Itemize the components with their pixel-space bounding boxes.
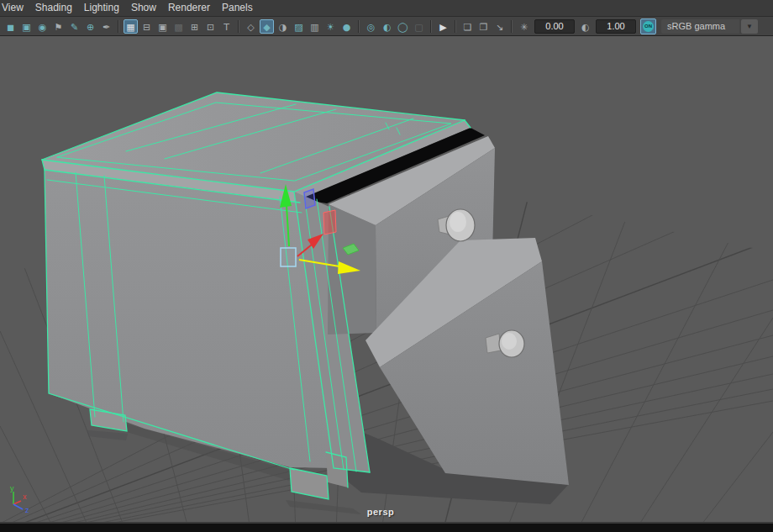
textured-mode-icon[interactable]: ▨ [292, 19, 306, 34]
exposure-field[interactable]: 0.00 [534, 19, 575, 34]
depth-of-field-icon[interactable]: ▢ [412, 19, 426, 34]
toolbar-separator [430, 20, 432, 33]
anti-aliasing-icon[interactable]: ◯ [396, 19, 410, 34]
toolbar-separator [118, 20, 119, 33]
menu-lighting[interactable]: Lighting [78, 0, 125, 16]
snapshot-paste-icon[interactable]: ❐ [476, 19, 491, 34]
screen-space-ao-icon[interactable]: ◎ [364, 19, 378, 34]
menu-view[interactable]: View [0, 0, 29, 16]
lights-icon[interactable]: ☀ [323, 19, 338, 34]
camera-attributes-icon[interactable]: ◉ [35, 19, 50, 34]
safe-action-icon[interactable]: ⊡ [203, 19, 218, 34]
toolbar-separator [238, 20, 239, 33]
shadows-icon[interactable]: ● [339, 19, 354, 34]
isolate-select-icon[interactable]: ▶ [436, 19, 450, 34]
menu-show[interactable]: Show [125, 0, 162, 16]
menu-shading[interactable]: Shading [29, 0, 78, 16]
toolbar-separator [455, 20, 456, 33]
image-plane-icon[interactable]: ✎ [67, 19, 82, 34]
snapshot-copy-icon[interactable]: ❏ [460, 19, 475, 34]
colorspace-selected-value: sRGB gamma [667, 21, 725, 31]
gate-mask-icon[interactable]: ▩ [171, 19, 186, 34]
panel-bottom-border [0, 522, 773, 532]
menu-renderer[interactable]: Renderer [162, 0, 216, 16]
frame-view-icon[interactable]: ↘ [492, 19, 507, 34]
field-chart-icon[interactable]: ⊞ [187, 19, 202, 34]
motion-blur-icon[interactable]: ◐ [380, 19, 394, 34]
camera-lock-icon[interactable]: ▣ [19, 19, 34, 34]
gizmo-x-label: x [23, 492, 27, 501]
show-grid-icon[interactable]: ▦ [124, 19, 138, 34]
face-outline-blue [304, 189, 315, 208]
gizmo-y-label: y [10, 484, 14, 492]
grease-pencil-icon[interactable]: ✒ [99, 19, 113, 34]
toolbar-separator [511, 20, 513, 33]
camera-select-icon[interactable]: ◼ [3, 19, 18, 34]
menu-panels[interactable]: Panels [216, 0, 259, 16]
viewport-3d[interactable] [0, 0, 773, 532]
axis-orientation-gizmo: y x z [3, 484, 40, 518]
colorspace-dropdown-arrow[interactable]: ▼ [741, 19, 758, 34]
film-gate-icon[interactable]: ⊟ [139, 19, 154, 34]
gamma-toggle-button[interactable]: ON [640, 18, 656, 34]
view-bookmark-icon[interactable]: ⚑ [51, 19, 66, 34]
resolution-gate-icon[interactable]: ▣ [155, 19, 170, 34]
maya-viewport-panel: View Shading Lighting Show Renderer Pane… [0, 0, 773, 532]
pan-zoom-icon[interactable]: ⊕ [83, 19, 97, 34]
panel-menu-bar: View Shading Lighting Show Renderer Pane… [0, 0, 773, 17]
shaded-mode-icon[interactable]: ◆ [260, 19, 274, 34]
face-highlight-red [323, 210, 336, 234]
panel-toolbar: ◼ ▣ ◉ ⚑ ✎ ⊕ ✒ ▦ ⊟ ▣ ▩ ⊞ ⊡ T ◇ ◆ ◑ ▨ ▥ ☀ … [0, 17, 773, 36]
manipulator-center-handle[interactable] [281, 248, 296, 266]
toolbar-separator [358, 20, 360, 33]
contrast-icon[interactable]: ◐ [578, 19, 592, 34]
gizmo-z-label: z [25, 506, 29, 514]
safe-title-icon[interactable]: T [219, 19, 234, 34]
wireframe-mode-icon[interactable]: ◇ [244, 19, 258, 34]
colorspace-dropdown[interactable]: sRGB gamma [661, 19, 739, 34]
exposure-icon[interactable]: ✳ [517, 19, 531, 34]
use-default-material-icon[interactable]: ▥ [308, 19, 322, 34]
contrast-field[interactable]: 1.00 [596, 19, 636, 34]
wireframe-on-shaded-icon[interactable]: ◑ [276, 19, 290, 34]
camera-name-label: persp [351, 507, 410, 517]
gamma-on-badge: ON [643, 21, 654, 32]
